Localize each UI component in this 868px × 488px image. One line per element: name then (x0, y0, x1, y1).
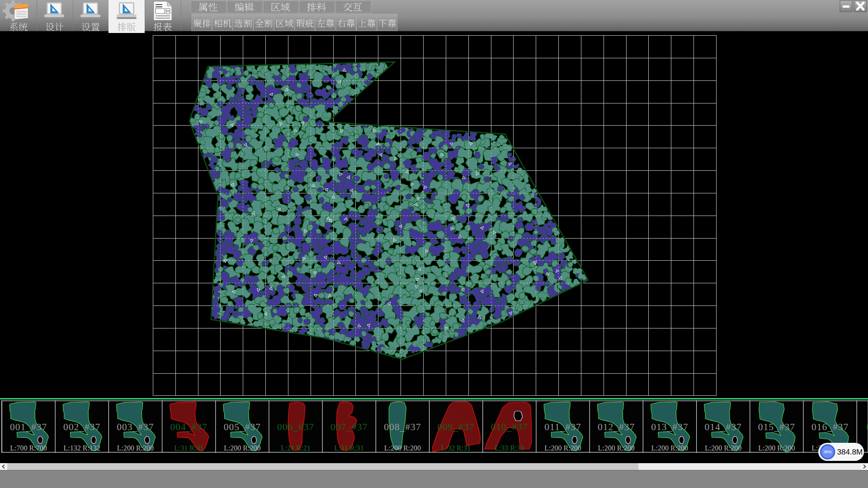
svg-text:004_#37: 004_#37 (170, 422, 207, 432)
svg-text:L:31 R:31: L:31 R:31 (174, 444, 203, 452)
svg-text:009_#37: 009_#37 (437, 422, 474, 432)
svg-text:L:33 R:33: L:33 R:33 (495, 444, 524, 452)
svg-text:L:200 R:200: L:200 R:200 (758, 444, 795, 452)
svg-text:L:200 R:200: L:200 R:200 (651, 444, 688, 452)
svg-text:L:200 R:200: L:200 R:200 (384, 444, 421, 452)
svg-text:016_#37: 016_#37 (811, 422, 849, 432)
svg-text:014_#37: 014_#37 (704, 422, 741, 432)
svg-text:L:32 R:31: L:32 R:31 (441, 444, 471, 452)
svg-text:013_#37: 013_#37 (651, 422, 688, 432)
svg-text:015_#37: 015_#37 (758, 422, 795, 432)
svg-text:L:132 R:132: L:132 R:132 (64, 444, 100, 452)
svg-text:008_#37: 008_#37 (384, 422, 421, 432)
svg-text:005_#37: 005_#37 (224, 422, 261, 432)
svg-text:L:200 R:200: L:200 R:200 (544, 444, 581, 452)
svg-text:L:200 R:200: L:200 R:200 (705, 444, 741, 452)
svg-text:L:200 R:200: L:200 R:200 (117, 444, 154, 452)
svg-text:001_#37: 001_#37 (10, 422, 47, 432)
svg-text:010_#37: 010_#37 (491, 422, 528, 432)
svg-text:002_#37: 002_#37 (63, 422, 100, 432)
svg-text:L:21 R:21: L:21 R:21 (281, 444, 310, 452)
svg-text:L:31 R:31: L:31 R:31 (335, 444, 364, 452)
svg-text:L:200 R:200: L:200 R:200 (598, 444, 635, 452)
svg-text:L:700 R:700: L:700 R:700 (10, 444, 47, 452)
svg-text:006_#37: 006_#37 (277, 422, 314, 432)
svg-text:384.8M: 384.8M (837, 448, 863, 456)
svg-text:007_#37: 007_#37 (330, 422, 368, 432)
svg-text:012_#37: 012_#37 (598, 422, 635, 432)
svg-text:L:200 R:200: L:200 R:200 (224, 444, 260, 452)
svg-text:38%: 38% (824, 450, 832, 454)
svg-text:011_#37: 011_#37 (544, 422, 581, 432)
svg-text:003_#37: 003_#37 (117, 422, 154, 432)
